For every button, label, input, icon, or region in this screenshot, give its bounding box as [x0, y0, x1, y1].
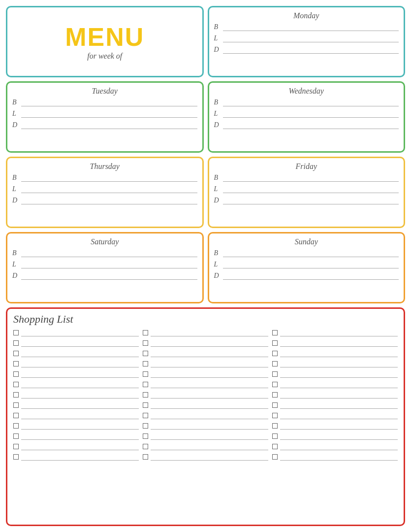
checkbox[interactable] — [13, 340, 19, 346]
checkbox[interactable] — [13, 423, 19, 429]
list-item — [272, 360, 398, 367]
shopping-list-title: Shopping List — [13, 313, 398, 326]
checkbox[interactable] — [13, 402, 19, 408]
sunday-title: Sunday — [214, 237, 399, 246]
list-item — [13, 432, 139, 440]
checkbox[interactable] — [143, 371, 148, 377]
checkbox[interactable] — [13, 454, 19, 460]
checkbox[interactable] — [13, 444, 19, 449]
checkbox[interactable] — [272, 371, 278, 377]
checkbox[interactable] — [272, 413, 278, 418]
checkbox[interactable] — [272, 351, 278, 356]
checkbox[interactable] — [272, 382, 278, 387]
list-item — [143, 380, 268, 388]
list-item — [13, 453, 139, 461]
list-item — [13, 380, 139, 388]
list-item — [143, 329, 268, 336]
checkbox[interactable] — [272, 454, 278, 460]
list-item — [272, 329, 398, 336]
tuesday-lunch: L — [12, 110, 197, 118]
list-item — [13, 329, 139, 336]
checkbox[interactable] — [272, 402, 278, 408]
saturday-lunch: L — [12, 261, 197, 268]
wednesday-breakfast: B — [214, 99, 399, 106]
checkbox[interactable] — [13, 433, 19, 439]
tuesday-title: Tuesday — [12, 87, 197, 96]
checkbox[interactable] — [143, 330, 148, 335]
wednesday-title: Wednesday — [214, 87, 399, 96]
checkbox[interactable] — [13, 413, 19, 418]
checkbox[interactable] — [13, 351, 19, 356]
tuesday-dinner: D — [12, 121, 197, 129]
list-item — [143, 391, 268, 399]
list-item — [143, 370, 268, 378]
checkbox[interactable] — [13, 361, 19, 366]
checkbox[interactable] — [272, 433, 278, 439]
thursday-breakfast: B — [12, 174, 197, 182]
friday-breakfast: B — [214, 174, 399, 182]
wednesday-lunch: L — [214, 110, 399, 118]
friday-card: Friday B L D — [208, 157, 406, 228]
list-item — [13, 349, 139, 357]
list-item — [143, 339, 268, 347]
list-item — [143, 349, 268, 357]
shopping-list-section: Shopping List — [6, 307, 405, 526]
thursday-dinner: D — [12, 197, 197, 204]
list-item — [143, 360, 268, 367]
list-item — [272, 432, 398, 440]
friday-title: Friday — [214, 162, 399, 171]
list-item — [13, 391, 139, 399]
checkbox[interactable] — [13, 392, 19, 398]
checkbox[interactable] — [272, 444, 278, 449]
sunday-breakfast: B — [214, 249, 399, 257]
list-item — [272, 401, 398, 409]
list-item — [13, 339, 139, 347]
friday-lunch: L — [214, 185, 399, 193]
list-item — [13, 370, 139, 378]
checkbox[interactable] — [143, 423, 148, 429]
menu-title: MENU — [65, 24, 144, 50]
checkbox[interactable] — [143, 402, 148, 408]
checkbox[interactable] — [143, 392, 148, 398]
thursday-title: Thursday — [12, 162, 197, 171]
saturday-card: Saturday B L D — [6, 232, 204, 303]
checkbox[interactable] — [143, 340, 148, 346]
list-item — [13, 411, 139, 419]
list-item — [272, 453, 398, 461]
checkbox[interactable] — [143, 351, 148, 356]
top-row: MENU for week of Monday B L D — [6, 6, 405, 77]
saturday-dinner: D — [12, 272, 197, 280]
checkbox[interactable] — [272, 330, 278, 335]
monday-title: Monday — [214, 11, 399, 20]
checkbox[interactable] — [13, 382, 19, 387]
checkbox[interactable] — [272, 392, 278, 398]
list-item — [13, 401, 139, 409]
checkbox[interactable] — [143, 454, 148, 460]
checkbox[interactable] — [13, 330, 19, 335]
list-item — [143, 432, 268, 440]
monday-card: Monday B L D — [208, 6, 406, 77]
checkbox[interactable] — [143, 433, 148, 439]
saturday-breakfast: B — [12, 249, 197, 257]
checkbox[interactable] — [143, 361, 148, 366]
page: MENU for week of Monday B L D Tuesday B — [0, 0, 411, 532]
checkbox[interactable] — [272, 340, 278, 346]
list-item — [272, 442, 398, 450]
monday-dinner: D — [214, 46, 399, 54]
checkbox[interactable] — [143, 382, 148, 387]
sunday-lunch: L — [214, 261, 399, 268]
checkbox[interactable] — [143, 413, 148, 418]
list-item — [272, 349, 398, 357]
checkbox[interactable] — [272, 361, 278, 366]
list-item — [13, 360, 139, 367]
checkbox[interactable] — [143, 444, 148, 449]
list-item — [143, 401, 268, 409]
menu-header: MENU for week of — [6, 6, 204, 77]
shopping-columns — [13, 329, 398, 521]
checkbox[interactable] — [13, 371, 19, 377]
list-item — [272, 411, 398, 419]
list-item — [13, 442, 139, 450]
list-item — [143, 422, 268, 430]
checkbox[interactable] — [272, 423, 278, 429]
saturday-sunday-row: Saturday B L D Sunday B L — [6, 232, 405, 303]
